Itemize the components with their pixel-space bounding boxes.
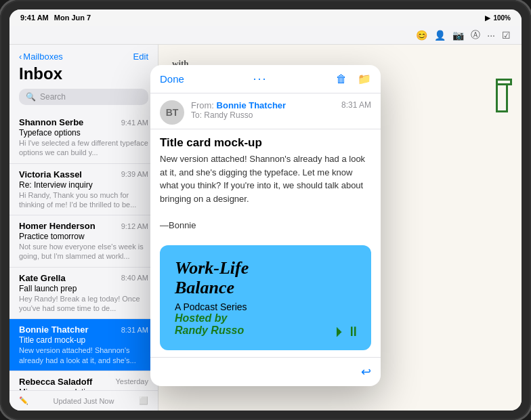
mail-subject: Mic recommendations — [19, 387, 148, 390]
mail-time: 9:39 AM — [121, 170, 148, 178]
trash-icon[interactable]: 🗑 — [336, 73, 347, 85]
mail-time: 9:41 AM — [121, 119, 148, 127]
mail-subject: Fall launch prep — [19, 284, 148, 293]
play-pause-icon[interactable]: ⏵⏸ — [333, 324, 360, 339]
mail-preview: Hi I've selected a few different typefac… — [19, 138, 148, 158]
email-signature: —Bonnie — [160, 220, 196, 230]
mail-preview: New version attached! Shannon's already … — [19, 345, 148, 365]
mail-time: 8:40 AM — [121, 274, 148, 282]
email-body: New version attached! Shannon's already … — [150, 152, 381, 238]
ipad-frame: 9:41 AM Mon Jun 7 ▶ 100% 😊 👤 📷 Ⓐ ··· ☑ — [0, 0, 531, 420]
mail-item[interactable]: Shannon Serbe 9:41 AM Typeface options H… — [9, 112, 158, 164]
mail-time: 9:12 AM — [121, 222, 148, 230]
chevron-left-icon: ‹ — [19, 51, 22, 62]
search-placeholder: Search — [40, 92, 66, 102]
mail-preview: Not sure how everyone else's week is goi… — [19, 242, 148, 261]
sender-avatar: BT — [160, 100, 184, 125]
to-line: To: Randy Russo — [191, 110, 335, 120]
sender-name: Shannon Serbe — [19, 117, 83, 127]
email-received-time: 8:31 AM — [341, 100, 371, 110]
at-icon[interactable]: Ⓐ — [471, 29, 480, 41]
mail-subject: Re: Interview inquiry — [19, 180, 148, 190]
mail-item[interactable]: Rebecca Saladoff Yesterday Mic recommend… — [9, 371, 158, 390]
podcast-host-name: Randy Russo — [175, 324, 244, 336]
mail-item[interactable]: Victoria Kassel 9:39 AM Re: Interview in… — [9, 164, 158, 216]
mail-item[interactable]: Homer Henderson 9:12 AM Practice tomorro… — [9, 215, 158, 268]
person-icon[interactable]: 👤 — [434, 30, 446, 41]
podcast-hosted-by: Hosted by Randy Russo — [175, 312, 356, 337]
mail-list: Shannon Serbe 9:41 AM Typeface options H… — [9, 112, 158, 390]
sender-name: Victoria Kassel — [19, 169, 82, 180]
compose-icon[interactable]: ✏️ — [19, 396, 28, 405]
filter-icon[interactable]: ⬜ — [139, 396, 148, 405]
hosted-by-label: Hosted by — [175, 312, 227, 324]
status-left: 9:41 AM Mon Jun 7 — [20, 14, 91, 22]
mail-preview: Hi Randy, Thank you so much for thinking… — [19, 190, 148, 210]
email-body-text: New version attached! Shannon's already … — [160, 154, 365, 204]
status-right: ▶ 100% — [485, 14, 511, 22]
sender-name: Bonnie Thatcher — [19, 324, 89, 335]
from-line: From: Bonnie Thatcher — [191, 100, 335, 110]
mail-time: Yesterday — [115, 377, 148, 385]
podcast-subtitle: A Podcast Series — [175, 301, 356, 312]
mail-sidebar: ‹ Mailboxes Edit Inbox 🔍 Search — [9, 45, 158, 411]
mail-header: ‹ Mailboxes Edit Inbox 🔍 Search — [9, 45, 158, 112]
mailboxes-nav: ‹ Mailboxes Edit — [19, 51, 148, 62]
email-modal: Done ··· 🗑 📁 BT From: Bonnie Thatcher — [150, 65, 381, 386]
modal-toolbar: Done ··· 🗑 📁 — [150, 65, 381, 93]
folder-icon[interactable]: 📁 — [358, 72, 371, 85]
top-icon-bar: 😊 👤 📷 Ⓐ ··· ☑ — [9, 26, 522, 45]
bg-chair-icon — [496, 85, 508, 112]
search-icon: 🔍 — [26, 92, 36, 102]
done-button[interactable]: Done — [160, 73, 184, 85]
mail-item-selected[interactable]: Bonnie Thatcher 8:31 AM Title card mock-… — [9, 319, 158, 371]
mail-subject: Typeface options — [19, 128, 148, 138]
emoji-icon[interactable]: 😊 — [416, 30, 427, 41]
reply-icon[interactable]: ↩ — [361, 364, 371, 379]
sender-name: Homer Henderson — [19, 221, 95, 231]
podcast-title: Work-LifeBalance — [175, 259, 356, 297]
camera-icon[interactable]: 📷 — [452, 30, 464, 41]
mailboxes-back-button[interactable]: ‹ Mailboxes — [19, 51, 63, 62]
email-from-bar: BT From: Bonnie Thatcher To: Randy Russo… — [150, 93, 381, 129]
modal-dots-icon[interactable]: ··· — [253, 72, 267, 86]
sender-name: Kate Grella — [19, 273, 66, 283]
modal-action-icons: 🗑 📁 — [336, 72, 371, 85]
edit-button[interactable]: Edit — [133, 51, 148, 62]
wifi-icon: ▶ — [485, 14, 490, 22]
mail-preview: Hey Randy! Break a leg today! Once you'v… — [19, 294, 148, 314]
podcast-card: Work-LifeBalance A Podcast Series Hosted… — [160, 245, 371, 350]
main-area: ‹ Mailboxes Edit Inbox 🔍 Search — [9, 45, 522, 411]
check-icon[interactable]: ☑ — [502, 30, 511, 41]
mail-item[interactable]: Kate Grella 8:40 AM Fall launch prep Hey… — [9, 268, 158, 320]
from-details: From: Bonnie Thatcher To: Randy Russo — [191, 100, 335, 120]
ipad-screen: 9:41 AM Mon Jun 7 ▶ 100% 😊 👤 📷 Ⓐ ··· ☑ — [9, 9, 522, 411]
modal-bottom-bar: ↩ — [150, 357, 381, 386]
from-name: Bonnie Thatcher — [217, 100, 286, 110]
mail-subject: Title card mock-up — [19, 335, 148, 345]
to-label: To: — [191, 110, 204, 120]
status-date: Mon Jun 7 — [54, 14, 91, 22]
status-time: 9:41 AM — [20, 14, 49, 22]
inbox-title: Inbox — [19, 64, 148, 83]
battery-label: 100% — [493, 14, 511, 22]
mailboxes-label: Mailboxes — [23, 51, 63, 62]
email-subject: Title card mock-up — [150, 129, 381, 152]
to-name: Randy Russo — [204, 110, 253, 120]
search-bar[interactable]: 🔍 Search — [19, 89, 148, 105]
mail-footer: ✏️ Updated Just Now ⬜ — [9, 390, 158, 411]
sender-name: Rebecca Saladoff — [19, 377, 92, 387]
mail-time: 8:31 AM — [121, 326, 148, 334]
from-label: From: — [191, 100, 217, 110]
mail-subject: Practice tomorrow — [19, 232, 148, 241]
dots-icon[interactable]: ··· — [487, 30, 495, 41]
updated-label: Updated Just Now — [54, 397, 114, 405]
status-bar: 9:41 AM Mon Jun 7 ▶ 100% — [9, 9, 522, 26]
